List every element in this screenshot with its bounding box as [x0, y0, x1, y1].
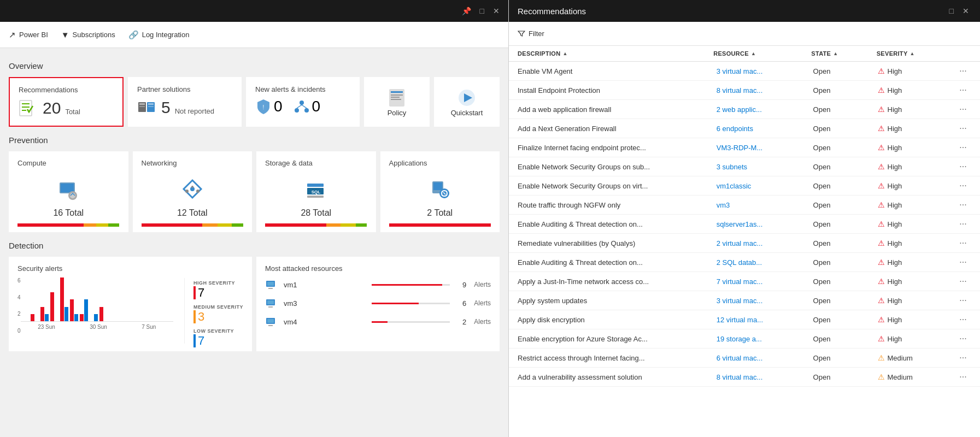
row-desc-15: Restrict access through Internet facing.… [518, 354, 717, 362]
powerbi-button[interactable]: ↗ Power BI [9, 30, 48, 40]
row-actions-4[interactable]: ··· [955, 143, 971, 152]
table-row[interactable]: Add a vulnerability assessment solution … [509, 368, 980, 387]
minimize-icon[interactable]: □ [478, 4, 486, 17]
table-row[interactable]: Enable Network Security Groups on virt..… [509, 176, 980, 196]
row-actions-11[interactable]: ··· [955, 276, 971, 286]
row-actions-9[interactable]: ··· [955, 238, 971, 248]
row-actions-13[interactable]: ··· [955, 315, 971, 324]
row-actions-7[interactable]: ··· [955, 200, 971, 210]
svg-rect-48 [268, 325, 273, 326]
storage-title: Storage & data [265, 159, 367, 167]
row-res-13: 12 virtual ma... [717, 316, 813, 324]
row-res-14: 19 storage a... [717, 335, 813, 343]
right-close-icon[interactable]: ✕ [960, 4, 971, 17]
svg-line-15 [302, 105, 307, 108]
security-alerts-card[interactable]: Security alerts 6 4 2 0 [9, 257, 252, 351]
medium-bar [193, 310, 196, 323]
table-row[interactable]: Route traffic through NGFW only vm3 Open… [509, 196, 980, 215]
quickstart-card[interactable]: Quickstart [434, 77, 500, 127]
pin-icon[interactable]: 📌 [460, 4, 473, 17]
svg-rect-44 [267, 300, 274, 304]
subscriptions-button[interactable]: ▼ Subscriptions [61, 30, 115, 39]
row-res-12: 3 virtual mac... [717, 297, 813, 305]
row-actions-10[interactable]: ··· [955, 257, 971, 267]
partner-unit: Not reported [175, 107, 214, 117]
bar-r5 [60, 277, 64, 321]
bar-r6 [70, 299, 74, 321]
applications-card[interactable]: Applications 2 Total [380, 151, 500, 232]
right-minimize-icon[interactable]: □ [947, 4, 956, 17]
storage-card[interactable]: Storage & data SQL 28 Total [256, 151, 376, 232]
alerts-card[interactable]: New alerts & incidents ! 0 [246, 77, 360, 127]
row-desc-8: Enable Auditing & Threat detection on... [518, 220, 717, 228]
shield-icon: ! [255, 98, 272, 115]
table-row[interactable]: Apply system updates 3 virtual mac... Op… [509, 291, 980, 310]
th-severity[interactable]: SEVERITY ▲ [877, 50, 955, 57]
row-actions-3[interactable]: ··· [955, 123, 971, 133]
networking-card[interactable]: Networking 12 Total [133, 151, 253, 232]
svg-rect-0 [20, 101, 32, 116]
table-row[interactable]: Apply a Just-In-Time network access co..… [509, 272, 980, 291]
recommendations-card[interactable]: Recommendations 20 Total [9, 77, 124, 127]
vm3-icon [265, 297, 278, 310]
svg-rect-9 [148, 106, 154, 107]
table-row[interactable]: Enable Auditing & Threat detection on...… [509, 215, 980, 234]
table-row[interactable]: Add a web application firewall 2 web app… [509, 100, 980, 119]
row-actions-6[interactable]: ··· [955, 181, 971, 191]
row-sev-0: ⚠ High [878, 67, 955, 75]
row-actions-16[interactable]: ··· [955, 372, 971, 382]
vm4-name: vm4 [284, 318, 362, 326]
close-icon[interactable]: ✕ [491, 4, 502, 17]
table-row[interactable]: Enable encryption for Azure Storage Ac..… [509, 329, 980, 349]
storage-count: 28 Total [265, 208, 367, 218]
row-res-0: 3 virtual mac... [717, 67, 813, 75]
row-actions-15[interactable]: ··· [955, 353, 971, 363]
row-actions-2[interactable]: ··· [955, 104, 971, 114]
row-actions-14[interactable]: ··· [955, 334, 971, 344]
table-row[interactable]: Finalize Internet facing endpoint protec… [509, 138, 980, 157]
low-value: 7 [198, 334, 204, 348]
bar-r4 [50, 292, 54, 321]
th-state[interactable]: STATE ▲ [811, 50, 876, 57]
row-actions-1[interactable]: ··· [955, 85, 971, 95]
table-row[interactable]: Remediate vulnerabilities (by Qualys) 2 … [509, 234, 980, 253]
th-resource[interactable]: RESOURCE ▲ [713, 50, 811, 57]
table-row[interactable]: Add a Next Generation Firewall 6 endpoin… [509, 119, 980, 138]
most-attacked-card[interactable]: Most attacked resources vm1 9 [256, 257, 500, 351]
high-value: 7 [198, 286, 204, 300]
bar-group-2 [31, 314, 39, 321]
table-row[interactable]: Enable Network Security Groups on sub...… [509, 157, 980, 176]
applications-title: Applications [389, 159, 491, 167]
link-icon: 🔗 [128, 30, 139, 40]
row-sev-14: ⚠ High [878, 334, 955, 343]
vm1-bar [372, 284, 442, 286]
row-sev-9: ⚠ High [878, 239, 955, 247]
table-row[interactable]: Restrict access through Internet facing.… [509, 349, 980, 368]
row-actions-0[interactable]: ··· [955, 66, 971, 76]
table-row[interactable]: Install Endpoint Protection 8 virtual ma… [509, 81, 980, 100]
vm1-icon [265, 278, 278, 291]
policy-label: Policy [388, 109, 407, 117]
vm3-unit: Alerts [474, 299, 491, 307]
medium-icon-15: ⚠ [878, 353, 885, 362]
bar-group-7 [80, 299, 88, 321]
compute-card[interactable]: Compute 16 Total [9, 151, 128, 232]
filter-button[interactable]: Filter [518, 29, 544, 38]
desc-sort-icon: ▲ [562, 51, 567, 56]
applications-icon [389, 172, 491, 208]
rec-unit: Total [65, 108, 80, 118]
row-actions-8[interactable]: ··· [955, 219, 971, 229]
row-actions-12[interactable]: ··· [955, 296, 971, 305]
policy-card[interactable]: Policy [364, 77, 430, 127]
low-severity-item: LOW SEVERITY 7 [193, 328, 243, 348]
partner-solutions-card[interactable]: Partner solutions 5 Not reported [128, 77, 242, 127]
table-row[interactable]: Apply disk encryption 12 virtual ma... O… [509, 310, 980, 329]
row-actions-5[interactable]: ··· [955, 162, 971, 172]
th-description[interactable]: DESCRIPTION ▲ [518, 50, 713, 57]
row-desc-2: Add a web application firewall [518, 105, 717, 114]
table-row[interactable]: Enable Auditing & Threat detection on...… [509, 253, 980, 272]
table-row[interactable]: Enable VM Agent 3 virtual mac... Open ⚠ … [509, 62, 980, 81]
res-sort-icon: ▲ [751, 51, 756, 56]
networking-icon [142, 172, 244, 208]
log-integration-button[interactable]: 🔗 Log Integration [128, 30, 190, 40]
